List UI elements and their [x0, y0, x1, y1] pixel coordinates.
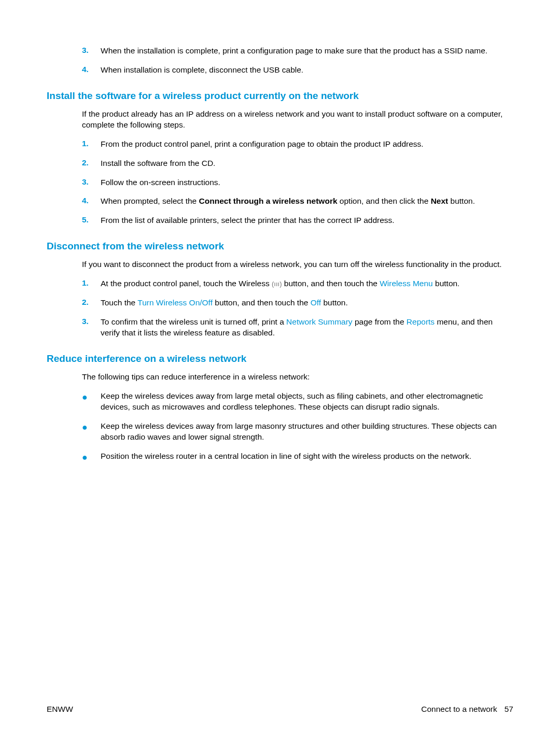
list-number: 4. [82, 65, 101, 76]
bold-text: Next [431, 196, 449, 205]
list-item: 4. When installation is complete, discon… [82, 65, 513, 76]
ordered-list-top: 3. When the installation is complete, pr… [82, 46, 513, 76]
footer-section-title: Connect to a network [421, 705, 497, 713]
text-run: At the product control panel, touch the … [101, 279, 272, 288]
bullet-icon: ● [82, 391, 101, 413]
list-number: 2. [82, 158, 101, 169]
ordered-list-disconnect: 1. At the product control panel, touch t… [82, 278, 513, 339]
text-run: Touch the [101, 298, 137, 307]
list-number: 4. [82, 196, 101, 207]
list-text: Keep the wireless devices away from larg… [101, 421, 513, 443]
list-text: Follow the on-screen instructions. [101, 177, 513, 188]
list-text: When prompted, select the Connect throug… [101, 196, 513, 207]
list-text: Touch the Turn Wireless On/Off button, a… [101, 298, 513, 308]
list-text: When installation is complete, disconnec… [101, 65, 513, 76]
list-number: 3. [82, 46, 101, 57]
footer-left: ENWW [47, 705, 73, 714]
list-item: ● Keep the wireless devices away from la… [82, 421, 513, 443]
list-text: Keep the wireless devices away from larg… [101, 391, 513, 413]
ui-label: Wireless Menu [380, 279, 433, 288]
text-run: To confirm that the wireless unit is tur… [101, 317, 286, 326]
list-item: 3. To confirm that the wireless unit is … [82, 317, 513, 339]
list-item: 3. Follow the on-screen instructions. [82, 177, 513, 188]
list-item: 2. Touch the Turn Wireless On/Off button… [82, 298, 513, 308]
list-item: ● Position the wireless router in a cent… [82, 451, 513, 462]
bold-text: Connect through a wireless network [199, 196, 338, 205]
ordered-list-install: 1. From the product control panel, print… [82, 139, 513, 227]
list-number: 1. [82, 278, 101, 289]
list-item: 2. Install the software from the CD. [82, 158, 513, 169]
list-number: 3. [82, 177, 101, 188]
paragraph: The following tips can reduce interferen… [82, 372, 513, 383]
ui-label: Off [311, 298, 321, 307]
list-text: From the list of available printers, sel… [101, 215, 513, 226]
ui-label: Reports [407, 317, 435, 326]
list-text: Position the wireless router in a centra… [101, 451, 513, 462]
heading-install-software: Install the software for a wireless prod… [47, 90, 513, 102]
ui-label: Network Summary [286, 317, 352, 326]
footer-right: Connect to a network57 [421, 705, 513, 714]
bullet-icon: ● [82, 451, 101, 462]
list-number: 1. [82, 139, 101, 150]
text-run: page from the [353, 317, 407, 326]
list-text: To confirm that the wireless unit is tur… [101, 317, 513, 339]
page-footer: ENWW Connect to a network57 [47, 705, 513, 714]
list-item: 4. When prompted, select the Connect thr… [82, 196, 513, 207]
text-run: option, and then click the [338, 196, 431, 205]
text-run: button, and then touch the [213, 298, 311, 307]
page: 3. When the installation is complete, pr… [0, 0, 560, 745]
paragraph: If you want to disconnect the product fr… [82, 259, 513, 270]
bullet-icon: ● [82, 421, 101, 443]
content-area: 3. When the installation is complete, pr… [47, 46, 513, 462]
ui-label: Turn Wireless On/Off [137, 298, 213, 307]
list-item: 3. When the installation is complete, pr… [82, 46, 513, 57]
wireless-icon: (ııı) [272, 280, 282, 288]
text-run: button. [321, 298, 348, 307]
list-item: 5. From the list of available printers, … [82, 215, 513, 226]
list-text: Install the software from the CD. [101, 158, 513, 169]
page-number: 57 [505, 705, 513, 713]
list-number: 2. [82, 298, 101, 308]
list-item: 1. From the product control panel, print… [82, 139, 513, 150]
text-run: When prompted, select the [101, 196, 199, 205]
list-number: 5. [82, 215, 101, 226]
list-text: From the product control panel, print a … [101, 139, 513, 150]
text-run: button, and then touch the [282, 279, 380, 288]
heading-disconnect: Disconnect from the wireless network [47, 241, 513, 252]
paragraph: If the product already has an IP address… [82, 109, 513, 131]
text-run: button. [433, 279, 460, 288]
heading-reduce-interference: Reduce interference on a wireless networ… [47, 353, 513, 364]
list-text: When the installation is complete, print… [101, 46, 513, 57]
bullet-list: ● Keep the wireless devices away from la… [82, 391, 513, 462]
list-text: At the product control panel, touch the … [101, 278, 513, 289]
list-number: 3. [82, 317, 101, 339]
list-item: ● Keep the wireless devices away from la… [82, 391, 513, 413]
text-run: button. [448, 196, 475, 205]
list-item: 1. At the product control panel, touch t… [82, 278, 513, 289]
